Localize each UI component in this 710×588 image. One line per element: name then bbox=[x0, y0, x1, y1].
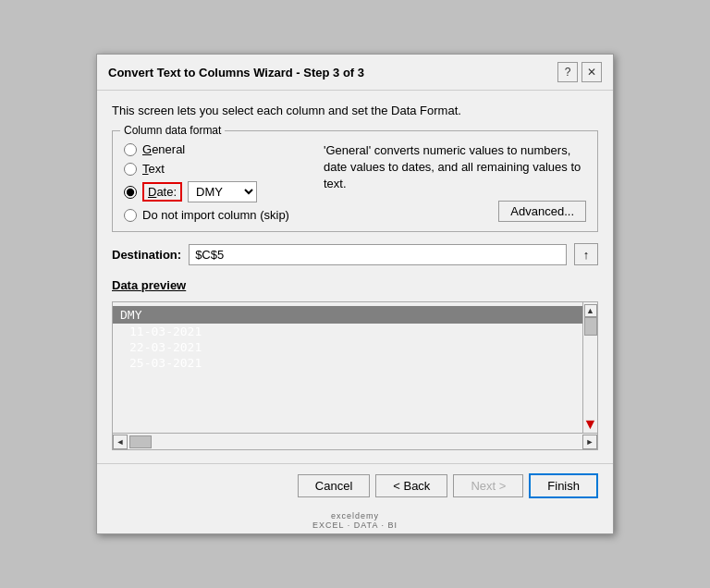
help-button[interactable]: ? bbox=[557, 62, 578, 82]
destination-row: Destination: ↑ bbox=[112, 243, 598, 265]
title-bar-icons: ? ✕ bbox=[557, 62, 602, 82]
advanced-button[interactable]: Advanced... bbox=[498, 201, 586, 222]
radio-text-label[interactable]: Text bbox=[142, 162, 165, 176]
format-desc-text: 'General' converts numeric values to num… bbox=[324, 142, 586, 193]
radio-date-row: Date: DMY MDY YMD YDM MYD DYM bbox=[124, 181, 309, 202]
radio-general-input[interactable] bbox=[124, 143, 137, 156]
radio-skip-label[interactable]: Do not import column (skip) bbox=[142, 208, 289, 222]
main-dialog: Convert Text to Columns Wizard - Step 3 … bbox=[96, 54, 614, 534]
scroll-up-arrow[interactable]: ▲ bbox=[584, 304, 597, 317]
radio-date-label[interactable]: Date: bbox=[148, 185, 177, 199]
title-bar: Convert Text to Columns Wizard - Step 3 … bbox=[97, 55, 613, 91]
dialog-body: This screen lets you select each column … bbox=[97, 91, 613, 463]
preview-wrapper: DMY 11-03-2021 22-03-2021 25-03-2021 ▲ ▼… bbox=[112, 301, 598, 450]
scroll-thumb-horizontal[interactable] bbox=[129, 435, 152, 448]
date-format-select[interactable]: DMY MDY YMD YDM MYD DYM bbox=[188, 181, 257, 202]
data-preview-label: Data preview bbox=[112, 278, 598, 292]
data-preview-section: Data preview bbox=[112, 275, 598, 292]
format-description-panel: 'General' converts numeric values to num… bbox=[324, 139, 586, 222]
watermark: exceldemyEXCEL · DATA · BI bbox=[97, 511, 613, 533]
column-format-group: Column data format General Text bbox=[112, 130, 598, 232]
preview-row-1: 22-03-2021 bbox=[122, 339, 582, 355]
radio-text-input[interactable] bbox=[124, 163, 137, 176]
preview-inner: DMY 11-03-2021 22-03-2021 25-03-2021 ▲ ▼ bbox=[113, 302, 597, 433]
dialog-description: This screen lets you select each column … bbox=[112, 104, 598, 117]
finish-button[interactable]: Finish bbox=[529, 473, 598, 498]
preview-bottom: ◄ ► bbox=[113, 433, 597, 449]
radio-skip: Do not import column (skip) bbox=[124, 208, 309, 222]
radio-general-label[interactable]: General bbox=[142, 142, 185, 156]
radio-skip-input[interactable] bbox=[124, 209, 137, 222]
destination-input[interactable] bbox=[189, 244, 567, 265]
preview-row-0: 11-03-2021 bbox=[122, 324, 582, 339]
preview-row-2: 25-03-2021 bbox=[122, 355, 582, 371]
radio-text: Text bbox=[124, 162, 309, 176]
next-button[interactable]: Next > bbox=[453, 474, 523, 497]
scroll-thumb-vertical[interactable] bbox=[584, 317, 597, 336]
title-bar-left: Convert Text to Columns Wizard - Step 3 … bbox=[108, 66, 364, 80]
destination-arrow-button[interactable]: ↑ bbox=[574, 243, 598, 265]
dialog-title: Convert Text to Columns Wizard - Step 3 … bbox=[108, 66, 364, 80]
radio-date-input[interactable] bbox=[124, 186, 137, 199]
date-label-box: Date: bbox=[142, 182, 182, 202]
scroll-down-arrow[interactable]: ▼ bbox=[584, 418, 597, 431]
preview-content: DMY 11-03-2021 22-03-2021 25-03-2021 bbox=[113, 302, 582, 433]
back-button[interactable]: < Back bbox=[375, 474, 447, 497]
radio-general: General bbox=[124, 142, 309, 156]
scroll-track-horizontal bbox=[153, 434, 582, 449]
close-button[interactable]: ✕ bbox=[581, 62, 602, 82]
vertical-scrollbar[interactable]: ▲ ▼ bbox=[582, 302, 597, 433]
scroll-left-arrow[interactable]: ◄ bbox=[113, 435, 128, 449]
preview-header-row: DMY bbox=[113, 306, 582, 324]
cancel-button[interactable]: Cancel bbox=[298, 474, 370, 497]
scroll-right-arrow[interactable]: ► bbox=[582, 435, 597, 449]
group-label: Column data format bbox=[120, 124, 225, 137]
destination-label: Destination: bbox=[112, 248, 181, 262]
format-options: General Text Date: DMY MDY bbox=[124, 142, 309, 222]
button-bar: Cancel < Back Next > Finish bbox=[97, 463, 613, 511]
